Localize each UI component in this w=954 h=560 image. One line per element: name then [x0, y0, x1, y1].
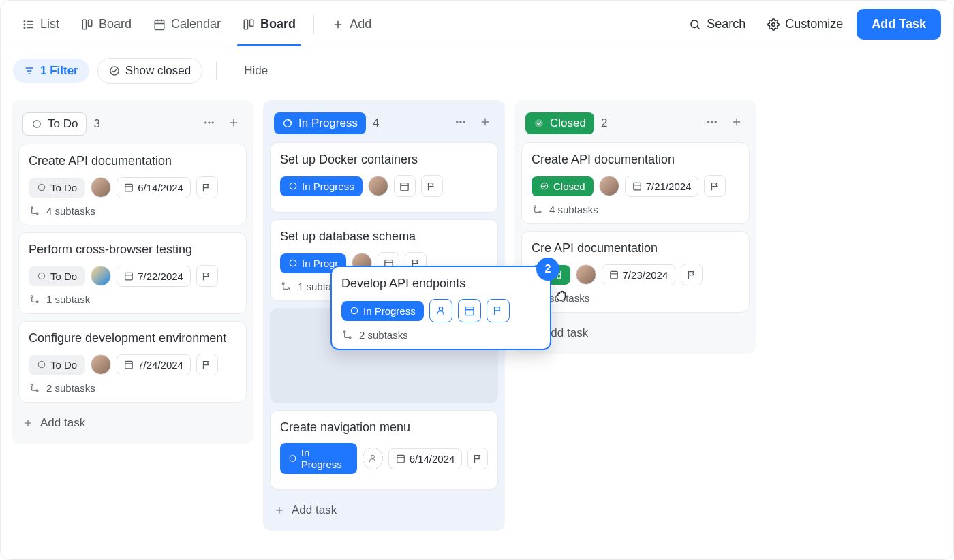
assignee-avatar[interactable]: [91, 354, 111, 375]
task-status-pill[interactable]: To Do: [29, 266, 85, 286]
tab-list[interactable]: List: [13, 12, 69, 37]
svg-rect-30: [125, 184, 133, 191]
column-more-button[interactable]: [703, 113, 721, 134]
task-title: Create API documentation: [532, 153, 739, 167]
add-view-label: Add: [350, 17, 371, 31]
subtasks-row[interactable]: 4 subtasks: [532, 204, 739, 215]
subtasks-row[interactable]: 1 subtask: [29, 294, 236, 305]
task-status-pill[interactable]: Closed: [532, 176, 594, 196]
top-toolbar: List Board Calendar Board Add Search Cus…: [1, 1, 953, 48]
svg-point-48: [460, 121, 462, 123]
svg-point-18: [772, 22, 775, 26]
add-task-in-column[interactable]: Add task: [521, 320, 750, 347]
svg-point-61: [371, 455, 375, 458]
priority-flag[interactable]: [704, 175, 726, 197]
priority-flag[interactable]: [681, 264, 703, 285]
column-more-button[interactable]: [452, 113, 470, 134]
due-date-chip[interactable]: 6/14/2024: [388, 448, 463, 469]
grab-cursor-icon: [553, 286, 572, 308]
column-status-chip[interactable]: In Progress: [274, 112, 366, 134]
task-status-pill[interactable]: To Do: [29, 355, 85, 375]
column-status-chip[interactable]: To Do: [22, 112, 87, 136]
assignee-avatar[interactable]: [91, 266, 111, 286]
add-view-button[interactable]: Add: [322, 12, 381, 37]
due-date-chip[interactable]: 7/21/2024: [625, 176, 699, 197]
subtasks-row[interactable]: 4 subtasks: [29, 205, 236, 217]
tab-board-active[interactable]: Board: [233, 12, 305, 37]
calendar-icon: [632, 181, 642, 191]
column-add-button[interactable]: [476, 113, 494, 134]
priority-flag[interactable]: [421, 175, 443, 197]
due-date-chip[interactable]: 7/23/2024: [602, 264, 676, 285]
svg-point-75: [534, 206, 536, 208]
calendar-icon: [124, 360, 134, 369]
assignee-avatar[interactable]: [91, 177, 111, 198]
due-date-chip[interactable]: 6/14/2024: [117, 177, 191, 198]
add-task-in-column[interactable]: Add task: [270, 497, 498, 524]
assignee-empty[interactable]: [363, 448, 383, 469]
svg-point-23: [33, 121, 41, 128]
flag-icon: [493, 305, 504, 316]
task-card[interactable]: Perform cross-browser testing To Do 7/22…: [18, 232, 247, 314]
column-status-chip[interactable]: Closed: [525, 112, 594, 134]
dragging-task-card[interactable]: 2 Develop API endpoints In Progress 2 su…: [330, 266, 551, 350]
filter-icon: [24, 65, 35, 76]
column-count: 2: [601, 116, 607, 130]
check-icon: [540, 181, 549, 191]
circle-icon: [31, 119, 42, 129]
column-more-button[interactable]: [200, 114, 218, 134]
due-date-chip[interactable]: 7/24/2024: [117, 354, 191, 375]
task-status-pill[interactable]: To Do: [29, 178, 85, 198]
subtask-icon: [29, 383, 40, 394]
due-date-empty[interactable]: [394, 175, 416, 197]
tab-board-1[interactable]: Board: [72, 12, 141, 37]
due-date-chip[interactable]: 7/22/2024: [117, 266, 191, 287]
hide-button[interactable]: Hide: [244, 64, 268, 78]
assignee-avatar[interactable]: [368, 176, 388, 196]
priority-flag[interactable]: [196, 265, 218, 287]
subtasks-row[interactable]: 2 subtasks: [29, 382, 236, 394]
task-status-pill[interactable]: In Progress: [280, 443, 357, 474]
task-title: Create navigation menu: [280, 420, 488, 435]
dots-icon: [455, 116, 467, 128]
show-closed-pill[interactable]: Show closed: [97, 58, 202, 84]
priority-flag[interactable]: [487, 299, 510, 322]
flag-icon: [687, 270, 697, 280]
assignee-avatar[interactable]: [599, 176, 619, 196]
task-status-pill[interactable]: In Progress: [280, 176, 363, 196]
column-add-button[interactable]: [728, 113, 745, 134]
plus-icon: [22, 418, 33, 429]
subtasks-row[interactable]: 2 subtasks: [341, 329, 540, 341]
customize-button[interactable]: Customize: [759, 12, 851, 37]
priority-flag[interactable]: [196, 176, 218, 198]
assignee-empty[interactable]: [429, 299, 452, 322]
priority-flag[interactable]: [467, 448, 488, 469]
task-card[interactable]: Create navigation menu In Progress 6/14/…: [270, 410, 498, 490]
task-title: Create API documentation: [29, 154, 236, 168]
assignee-avatar[interactable]: [576, 264, 596, 285]
column-todo: To Do 3 Create API documentation To Do 6…: [12, 100, 253, 444]
svg-point-88: [349, 337, 351, 339]
svg-point-68: [711, 121, 713, 123]
view-tabs: List Board Calendar Board Add: [13, 12, 381, 37]
add-task-in-column[interactable]: Add task: [18, 409, 247, 437]
column-header: In Progress 4: [270, 107, 498, 142]
priority-flag[interactable]: [196, 354, 218, 375]
task-card[interactable]: Configure development environment To Do …: [18, 321, 247, 403]
board-icon: [243, 18, 255, 31]
user-icon: [435, 305, 446, 316]
task-card[interactable]: Create API documentation To Do 6/14/2024…: [18, 144, 247, 225]
circle-icon: [37, 271, 46, 281]
task-card[interactable]: Set up Docker containers In Progress: [270, 142, 498, 213]
svg-point-43: [36, 390, 38, 392]
add-task-button[interactable]: Add Task: [857, 9, 941, 40]
tab-calendar[interactable]: Calendar: [144, 12, 230, 37]
task-card[interactable]: Create API documentation Closed 7/21/202…: [521, 142, 750, 224]
due-date-empty[interactable]: [458, 299, 481, 322]
column-add-button[interactable]: [225, 114, 243, 134]
task-status-pill[interactable]: In Progress: [341, 301, 424, 321]
search-button[interactable]: Search: [681, 12, 754, 37]
dots-icon: [203, 116, 215, 129]
progress-icon: [350, 306, 359, 315]
filter-pill[interactable]: 1 Filter: [13, 59, 89, 83]
